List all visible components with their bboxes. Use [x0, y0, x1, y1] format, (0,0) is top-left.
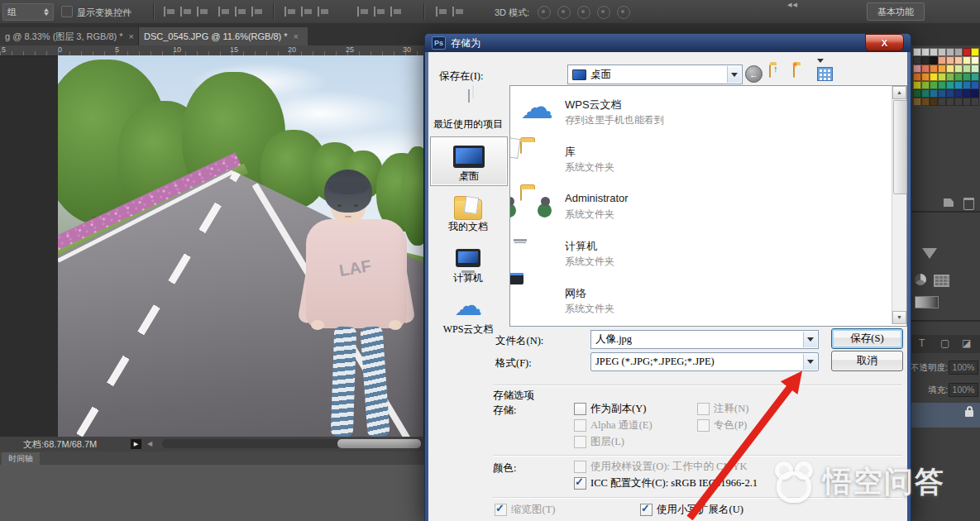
new-swatch-icon[interactable] — [944, 198, 954, 207]
swatch[interactable] — [971, 98, 979, 106]
swatch[interactable] — [921, 89, 930, 98]
distribute-middle-icon[interactable] — [299, 6, 313, 17]
swatch[interactable] — [971, 56, 979, 65]
auto-align-icon[interactable] — [434, 6, 447, 17]
icc-checkbox-row[interactable]: ICC 配置文件(C): sRGB IEC61966-2.1 — [574, 476, 758, 490]
file-list-item[interactable]: Administrator 系统文件夹 — [512, 184, 884, 231]
opacity-value[interactable]: 100% — [949, 361, 978, 375]
swatch[interactable] — [963, 98, 971, 106]
swatch[interactable] — [938, 81, 946, 89]
swatch[interactable] — [971, 73, 979, 81]
list-scrollbar[interactable]: ▲ ▼ — [892, 86, 906, 324]
annotations-checkbox-row[interactable]: 注释(N) — [697, 402, 748, 416]
3d-roll-icon[interactable] — [557, 6, 571, 19]
file-list-item[interactable]: 网络 系统文件夹 — [512, 278, 884, 325]
swatch[interactable] — [946, 81, 954, 89]
align-bottom-icon[interactable] — [250, 6, 263, 17]
swatch[interactable] — [913, 98, 921, 106]
proof-checkbox[interactable] — [574, 461, 586, 473]
swatch[interactable] — [946, 73, 954, 81]
swatch[interactable] — [921, 98, 930, 106]
as-copy-checkbox-row[interactable]: 作为副本(Y) — [574, 402, 646, 416]
auto-blend-icon[interactable] — [451, 6, 464, 17]
swatch[interactable] — [954, 89, 963, 98]
swatch[interactable] — [963, 65, 971, 73]
3d-slide-icon[interactable] — [597, 6, 610, 19]
swatch[interactable] — [913, 56, 921, 65]
close-button[interactable]: X — [865, 34, 904, 51]
filter-mask-icon[interactable]: ◪ — [962, 337, 971, 349]
alpha-checkbox[interactable] — [574, 419, 586, 432]
distribute-center-icon[interactable] — [372, 6, 385, 17]
icc-checkbox[interactable] — [574, 477, 586, 490]
swatch[interactable] — [963, 56, 971, 65]
view-menu-arrow-icon[interactable] — [817, 59, 824, 63]
file-list-item[interactable]: 库 系统文件夹 — [512, 136, 884, 184]
distribute-bottom-icon[interactable] — [316, 6, 329, 17]
adjustment-gradient-icon[interactable] — [915, 296, 939, 308]
swatch[interactable] — [971, 65, 979, 73]
swatch[interactable] — [971, 81, 979, 89]
swatch[interactable] — [946, 89, 954, 98]
swatch[interactable] — [954, 98, 963, 106]
swatch[interactable] — [930, 81, 938, 89]
swatch[interactable] — [930, 98, 938, 106]
dropdown-arrow-icon[interactable] — [803, 332, 817, 347]
filename-input[interactable]: 人像.jpg — [590, 330, 819, 349]
swatch[interactable] — [913, 89, 921, 98]
swatch[interactable] — [921, 56, 930, 65]
swatch[interactable] — [954, 65, 963, 73]
swatch[interactable] — [930, 56, 938, 65]
up-one-level-button[interactable]: ↑ — [769, 65, 771, 78]
swatch[interactable] — [938, 48, 946, 56]
spot-checkbox-row[interactable]: 专色(P) — [697, 418, 747, 433]
save-in-dropdown[interactable]: 桌面 — [567, 65, 743, 84]
swatch[interactable] — [963, 81, 971, 89]
tool-preset-dropdown[interactable]: 组 — [2, 3, 54, 21]
view-menu-button[interactable] — [817, 67, 833, 81]
swatch[interactable] — [938, 73, 946, 81]
dropdown-arrow-icon[interactable] — [727, 66, 741, 83]
swatch[interactable] — [921, 73, 930, 81]
sidebar-place-item[interactable]: 计算机 — [430, 239, 506, 287]
distribute-top-icon[interactable] — [283, 6, 296, 17]
sidebar-place-item[interactable]: ☁ WPS云文档 — [430, 290, 506, 338]
swatch[interactable] — [938, 56, 946, 65]
alpha-checkbox-row[interactable]: Alpha 通道(E) — [574, 418, 653, 433]
swatch[interactable] — [963, 48, 971, 56]
filter-type-icon[interactable]: T — [919, 337, 925, 349]
align-center-icon[interactable] — [179, 6, 192, 17]
thumbnail-checkbox-row[interactable]: 缩览图(T) — [495, 503, 555, 517]
sidebar-place-item[interactable]: 桌面 — [430, 136, 508, 186]
swatch[interactable] — [954, 73, 963, 81]
swatch[interactable] — [913, 48, 921, 56]
as-copy-checkbox[interactable] — [574, 403, 586, 415]
document-tab[interactable]: g @ 8.33% (图层 3, RGB/8) * × — [0, 27, 139, 45]
swatch[interactable] — [930, 89, 938, 98]
scroll-down-icon[interactable]: ▼ — [892, 311, 906, 324]
swatch[interactable] — [971, 48, 979, 56]
cancel-button[interactable]: 取消 — [831, 351, 903, 371]
layers-checkbox-row[interactable]: 图层(L) — [574, 435, 624, 449]
tab-timeline[interactable]: 时间轴 — [2, 452, 40, 465]
align-right-icon[interactable] — [195, 6, 208, 17]
adjustment-triangle-icon[interactable] — [922, 248, 937, 259]
swatch[interactable] — [954, 81, 963, 89]
distribute-right-icon[interactable] — [389, 6, 402, 17]
swatch[interactable] — [963, 89, 971, 98]
file-list-item[interactable]: ☁ WPS云文档 存到这里手机也能看到 — [512, 89, 884, 136]
3d-zoom-icon[interactable] — [617, 6, 630, 19]
lowercase-checkbox[interactable] — [640, 504, 653, 516]
thumbnail-checkbox[interactable] — [495, 504, 507, 516]
filter-shape-icon[interactable]: ▢ — [940, 337, 949, 349]
scrollbar-thumb[interactable] — [893, 100, 907, 194]
swatch[interactable] — [930, 48, 938, 56]
swatch[interactable] — [913, 81, 921, 89]
align-left-icon[interactable] — [162, 6, 175, 17]
adjustment-curves-icon[interactable] — [934, 275, 949, 287]
show-transform-checkbox[interactable] — [61, 6, 73, 17]
3d-orbit-icon[interactable] — [538, 6, 551, 19]
swatch[interactable] — [930, 73, 938, 81]
annotations-checkbox[interactable] — [697, 403, 710, 415]
swatch[interactable] — [913, 65, 921, 73]
